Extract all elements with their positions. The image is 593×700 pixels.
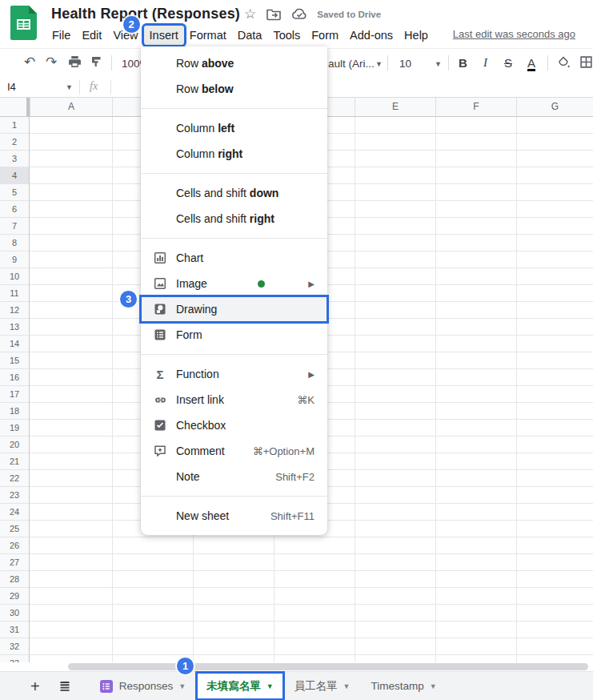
row-header-13[interactable]: 13: [0, 319, 30, 336]
menubar-item-help[interactable]: Help: [399, 26, 434, 45]
menubar-item-insert[interactable]: Insert2: [144, 26, 184, 45]
row-header-28[interactable]: 28: [0, 571, 30, 588]
undo-icon[interactable]: ↶: [24, 55, 35, 70]
row-header-24[interactable]: 24: [0, 504, 30, 521]
row-header-14[interactable]: 14: [0, 336, 30, 352]
redo-icon[interactable]: ↷: [46, 55, 57, 70]
select-all-corner[interactable]: [0, 98, 30, 117]
star-icon[interactable]: ☆: [244, 6, 256, 22]
row-header-4[interactable]: 4: [0, 167, 30, 184]
text-color-button[interactable]: A: [527, 57, 535, 71]
column-header-a[interactable]: A: [30, 98, 112, 117]
chevron-down-icon[interactable]: ▼: [435, 60, 442, 68]
menu-divider: [141, 354, 327, 355]
font-select[interactable]: ault (Ari...: [328, 58, 375, 70]
paint-format-icon[interactable]: [90, 55, 103, 68]
row-header-8[interactable]: 8: [0, 235, 30, 251]
sheet-tab-員工名單[interactable]: 員工名單▼: [284, 672, 361, 700]
row-header-1[interactable]: 1: [0, 117, 30, 134]
menu-item-chart[interactable]: Chart: [141, 245, 327, 271]
row-header-25[interactable]: 25: [0, 521, 30, 537]
chevron-down-icon[interactable]: ▼: [178, 682, 186, 690]
comment-icon: [153, 445, 167, 457]
row-header-15[interactable]: 15: [0, 352, 30, 369]
menu-item-comment[interactable]: Comment⌘+Option+M: [141, 438, 327, 464]
row-header-12[interactable]: 12: [0, 302, 30, 319]
menubar-item-file[interactable]: File: [46, 26, 76, 45]
menu-item-column-right[interactable]: Column right: [141, 141, 327, 167]
row-header-23[interactable]: 23: [0, 487, 30, 504]
row-header-29[interactable]: 29: [0, 588, 30, 605]
print-icon[interactable]: [68, 55, 82, 69]
row-header-10[interactable]: 10: [0, 268, 30, 285]
menu-item-checkbox[interactable]: Checkbox: [141, 412, 327, 438]
chevron-down-icon[interactable]: ▼: [375, 60, 383, 68]
menubar-item-data[interactable]: Data: [232, 26, 268, 45]
menubar-item-tools[interactable]: Tools: [267, 26, 306, 45]
menu-item-row-below[interactable]: Row below: [141, 76, 327, 102]
menubar-item-edit[interactable]: Edit: [76, 26, 107, 45]
menu-item-image[interactable]: Image▶: [141, 271, 327, 296]
menu-item-label: Drawing: [176, 303, 217, 316]
row-header-19[interactable]: 19: [0, 420, 30, 436]
menu-item-function[interactable]: ΣFunction▶: [141, 361, 327, 387]
menu-item-insert-link[interactable]: Insert link⌘K: [141, 387, 327, 412]
row-header-33[interactable]: 33: [0, 655, 30, 662]
name-box[interactable]: I4: [7, 81, 16, 93]
row-header-30[interactable]: 30: [0, 605, 30, 622]
row-header-16[interactable]: 16: [0, 369, 30, 386]
row-header-20[interactable]: 20: [0, 436, 30, 453]
menu-item-form[interactable]: Form: [141, 322, 327, 348]
menu-item-cells-and-shift-down[interactable]: Cells and shift down: [141, 180, 327, 206]
menu-item-column-left[interactable]: Column left: [141, 115, 327, 141]
sheet-tab-timestamp[interactable]: Timestamp▼: [361, 672, 447, 700]
column-gridline: [435, 117, 436, 662]
row-header-9[interactable]: 9: [0, 251, 30, 268]
row-header-32[interactable]: 32: [0, 638, 30, 655]
chevron-down-icon[interactable]: ▼: [430, 682, 437, 690]
all-sheets-icon[interactable]: [58, 680, 71, 693]
row-header-11[interactable]: 11: [0, 285, 30, 302]
column-header-e[interactable]: E: [355, 98, 435, 117]
add-sheet-button[interactable]: +: [30, 678, 40, 694]
font-size-select[interactable]: 10: [399, 58, 411, 70]
italic-button[interactable]: I: [483, 56, 487, 70]
toolbar-divider: [448, 55, 449, 70]
menu-item-new-sheet[interactable]: New sheetShift+F11: [141, 503, 327, 529]
row-header-7[interactable]: 7: [0, 218, 30, 235]
strikethrough-button[interactable]: S: [504, 56, 512, 70]
chevron-down-icon[interactable]: ▼: [343, 682, 351, 690]
menu-item-row-above[interactable]: Row above: [141, 50, 327, 76]
row-header-31[interactable]: 31: [0, 622, 30, 638]
chevron-down-icon[interactable]: ▼: [266, 682, 274, 690]
checkbox-icon: [153, 419, 167, 432]
row-header-5[interactable]: 5: [0, 184, 30, 201]
sheet-tab-未填寫名單[interactable]: 未填寫名單▼1: [196, 672, 283, 700]
row-header-27[interactable]: 27: [0, 554, 30, 571]
menu-item-note[interactable]: NoteShift+F2: [141, 464, 327, 489]
row-header-3[interactable]: 3: [0, 151, 30, 167]
document-title[interactable]: Health Report (Responses): [51, 6, 240, 22]
column-header-g[interactable]: G: [516, 98, 593, 117]
fill-color-icon[interactable]: [557, 55, 571, 69]
row-header-6[interactable]: 6: [0, 201, 30, 218]
borders-icon[interactable]: [579, 55, 593, 69]
row-header-26[interactable]: 26: [0, 537, 30, 554]
last-edit-link[interactable]: Last edit was seconds ago: [453, 28, 575, 40]
bold-button[interactable]: B: [459, 56, 467, 70]
menubar-item-format[interactable]: Format: [184, 26, 232, 45]
menu-item-drawing[interactable]: Drawing3: [141, 296, 327, 322]
sheet-tab-responses[interactable]: Responses▼: [89, 672, 196, 700]
row-header-21[interactable]: 21: [0, 453, 30, 470]
row-header-22[interactable]: 22: [0, 470, 30, 487]
menu-item-cells-and-shift-right[interactable]: Cells and shift right: [141, 206, 327, 231]
row-header-18[interactable]: 18: [0, 403, 30, 420]
move-folder-icon[interactable]: [266, 8, 281, 21]
horizontal-scrollbar[interactable]: [68, 663, 588, 670]
column-header-f[interactable]: F: [435, 98, 516, 117]
row-header-17[interactable]: 17: [0, 386, 30, 403]
menubar-item-form[interactable]: Form: [306, 26, 344, 45]
chevron-down-icon[interactable]: ▼: [66, 83, 73, 91]
row-header-2[interactable]: 2: [0, 134, 30, 151]
menubar-item-add-ons[interactable]: Add-ons: [344, 26, 399, 45]
